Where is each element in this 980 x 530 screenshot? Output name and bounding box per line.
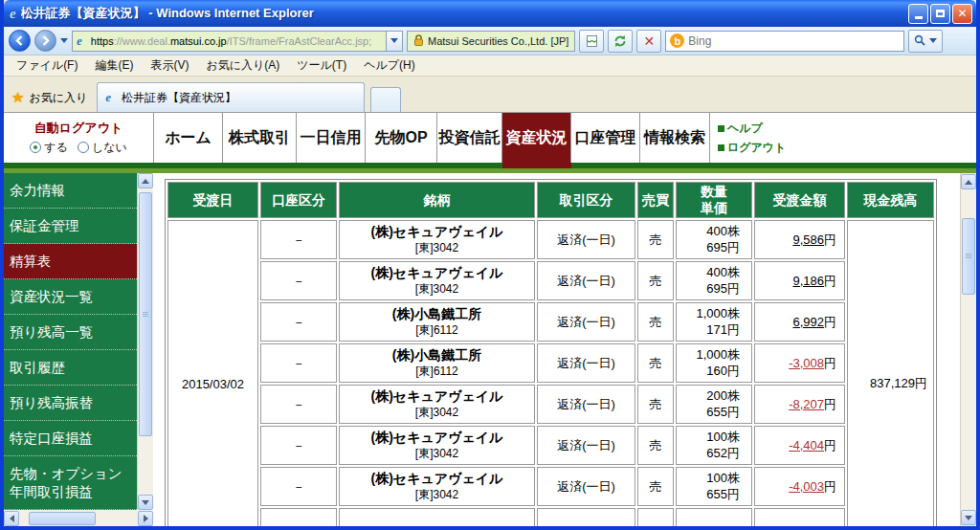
settlement-amount-cell	[754, 508, 845, 526]
menu-help[interactable]: ヘルプ(H)	[355, 55, 424, 76]
recent-pages-dropdown[interactable]	[60, 38, 68, 43]
quantity-price-cell: 100株655円	[676, 467, 752, 506]
scrollbar-thumb[interactable]	[139, 192, 152, 436]
radio-off-icon[interactable]	[78, 142, 89, 153]
active-tab[interactable]: e 松井証券【資産状況】	[97, 82, 365, 112]
header-account-type: 口座区分	[260, 182, 337, 218]
security-badge-label: Matsui Securities Co.,Ltd. [JP]	[428, 35, 568, 47]
scroll-up-button[interactable]	[138, 173, 153, 188]
table-vertical-scrollbar[interactable]	[960, 173, 976, 526]
settlement-table-area: 受渡日 口座区分 銘柄 取引区分 売買 数量単価 受渡金額 現金残高 2015/…	[153, 173, 976, 526]
sidebar-item-zandaka-furikae[interactable]: 預り残高振替	[4, 386, 137, 421]
site-nav: 自動ログアウト する しない ホーム 株式取引 一日信用 先物OP 投資信託 資…	[4, 113, 976, 163]
scrollbar-thumb[interactable]	[29, 512, 96, 525]
forward-arrow-icon	[39, 34, 52, 47]
address-dropdown-button[interactable]	[386, 32, 402, 51]
trade-type-cell: 返済(一日)	[537, 426, 635, 465]
menu-favorites[interactable]: お気に入り(A)	[197, 55, 288, 76]
sidebar-item-sakimono-soneki[interactable]: 先物・オプション年間取引損益	[4, 456, 137, 510]
new-tab-button[interactable]	[370, 87, 401, 112]
bullet-icon	[718, 144, 724, 151]
nav-tab-one-day-margin[interactable]: 一日信用	[297, 113, 366, 163]
nav-tab-home[interactable]: ホーム	[154, 113, 223, 163]
sidebar-item-yoryoku[interactable]: 余力情報	[4, 173, 137, 209]
nav-tab-mutual-funds[interactable]: 投資信託	[437, 113, 502, 163]
quantity-price-cell: 200株655円	[676, 385, 752, 424]
radio-on-icon[interactable]	[30, 142, 41, 153]
nav-tab-stock-trade[interactable]: 株式取引	[223, 113, 297, 163]
amount-link[interactable]: -4,003	[789, 479, 824, 494]
menu-edit[interactable]: 編集(E)	[86, 55, 142, 76]
search-input[interactable]	[684, 34, 903, 48]
amount-link[interactable]: -4,404	[789, 438, 824, 453]
settlement-table: 受渡日 口座区分 銘柄 取引区分 売買 数量単価 受渡金額 現金残高 2015/…	[165, 179, 937, 526]
account-type-cell: －	[260, 302, 337, 342]
arrow-right-icon	[144, 515, 148, 522]
sidebar-item-torihiki-rireki[interactable]: 取引履歴	[4, 350, 137, 386]
account-type-cell: －	[260, 467, 337, 506]
security-badge[interactable]: Matsui Securities Co.,Ltd. [JP]	[407, 31, 575, 52]
refresh-button[interactable]	[608, 30, 633, 53]
refresh-icon	[613, 34, 627, 48]
maximize-button[interactable]	[930, 4, 950, 24]
back-button[interactable]	[9, 30, 31, 52]
scroll-down-button[interactable]	[961, 510, 976, 525]
sidebar-item-hoshokin[interactable]: 保証金管理	[4, 209, 137, 244]
menu-view[interactable]: 表示(V)	[142, 55, 197, 76]
buy-sell-cell: 売	[637, 343, 674, 383]
forward-button[interactable]	[34, 30, 56, 52]
sidebar-item-seisanhyo[interactable]: 精算表	[4, 244, 137, 279]
arrow-up-icon	[965, 180, 972, 185]
quantity-price-cell	[676, 508, 752, 526]
header-cash-balance: 現金残高	[847, 182, 934, 218]
amount-link[interactable]: 9,586	[792, 232, 824, 247]
nav-tab-info-search[interactable]: 情報検索	[640, 113, 710, 163]
sidebar: 余力情報 保証金管理 精算表 資産状況一覧 預り残高一覧 取引履歴 預り残高振替…	[4, 173, 153, 526]
maximize-icon	[936, 10, 945, 17]
menu-tools[interactable]: ツール(T)	[288, 55, 355, 76]
tab-bar: ★ お気に入り e 松井証券【資産状況】	[4, 77, 976, 113]
scroll-left-button[interactable]	[4, 511, 19, 526]
favorites-button[interactable]: ★ お気に入り	[8, 83, 97, 112]
scrollbar-thumb[interactable]	[962, 218, 975, 295]
tab-title: 松井証券【資産状況】	[122, 90, 236, 106]
amount-link[interactable]: 9,186	[792, 274, 824, 288]
stop-button[interactable]: ✕	[636, 30, 661, 53]
table-row: － (株)小島鐵工所[東]6112 返済(一日) 売 1,000株160円 -3…	[167, 343, 934, 383]
auto-logout-off-option[interactable]: しない	[78, 140, 127, 156]
search-button[interactable]	[908, 30, 943, 53]
logout-link[interactable]: ログアウト	[718, 140, 786, 156]
minimize-icon	[915, 16, 923, 19]
sidebar-vertical-scrollbar[interactable]	[137, 173, 153, 510]
sidebar-item-azukari-zandaka[interactable]: 預り残高一覧	[4, 315, 137, 350]
auto-logout-block: 自動ログアウト する しない	[4, 113, 154, 163]
help-link[interactable]: ヘルプ	[718, 121, 786, 137]
menu-bar: ファイル(F) 編集(E) 表示(V) お気に入り(A) ツール(T) ヘルプ(…	[4, 55, 976, 77]
sidebar-item-shisan-ichiran[interactable]: 資産状況一覧	[4, 279, 137, 315]
amount-link[interactable]: -3,008	[789, 356, 824, 370]
sidebar-horizontal-scrollbar[interactable]	[4, 510, 153, 526]
amount-link[interactable]: 6,992	[792, 315, 824, 329]
nav-tab-account-mgmt[interactable]: 口座管理	[571, 113, 640, 163]
bullet-icon	[718, 125, 724, 132]
search-box[interactable]: b	[665, 31, 904, 52]
compatibility-view-button[interactable]	[579, 30, 604, 53]
scroll-down-button[interactable]	[138, 495, 153, 510]
amount-link[interactable]: -8,207	[789, 397, 824, 411]
address-bar[interactable]: e https://www.deal.matsui.co.jp/ITS/fram…	[72, 31, 403, 52]
nav-tab-asset-status[interactable]: 資産状況	[502, 113, 571, 163]
header-trade-type: 取引区分	[537, 182, 635, 218]
settlement-amount-cell: -4,404円	[754, 426, 845, 465]
search-options-dropdown[interactable]	[929, 38, 937, 43]
menu-file[interactable]: ファイル(F)	[8, 55, 86, 76]
header-stock: 銘柄	[339, 182, 535, 218]
scroll-up-button[interactable]	[961, 174, 976, 189]
nav-tab-futures-op[interactable]: 先物OP	[366, 113, 437, 163]
close-button[interactable]: ✕	[952, 4, 972, 24]
scroll-right-button[interactable]	[138, 511, 153, 526]
sidebar-item-tokutei-koza[interactable]: 特定口座損益	[4, 421, 137, 456]
settlement-date-cell: 2015/03/02	[167, 220, 258, 526]
minimize-button[interactable]	[908, 4, 928, 24]
auto-logout-on-option[interactable]: する	[30, 140, 68, 156]
tab-page-icon: e	[105, 90, 111, 105]
